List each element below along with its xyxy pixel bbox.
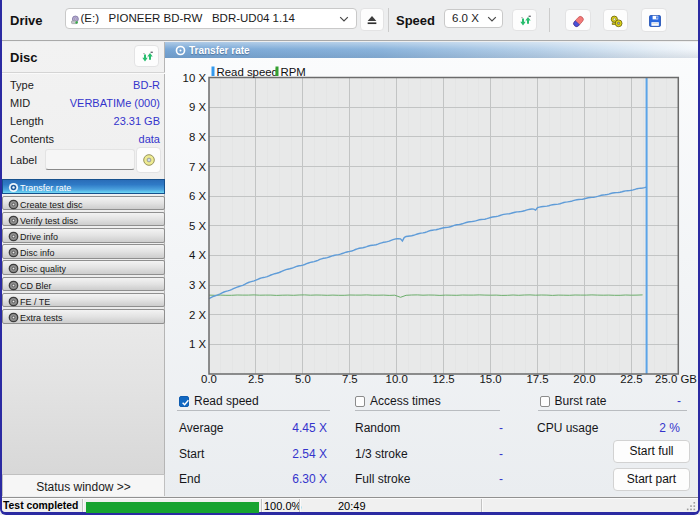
svg-text:5.0: 5.0 xyxy=(295,373,311,385)
svg-text:0.0: 0.0 xyxy=(201,373,217,385)
svg-text:7.5: 7.5 xyxy=(342,373,358,385)
svg-text:RPM: RPM xyxy=(281,66,306,78)
svg-text:4 X: 4 X xyxy=(189,249,206,261)
svg-text:2 X: 2 X xyxy=(189,309,206,321)
svg-text:9 X: 9 X xyxy=(189,101,206,113)
svg-text:10.0: 10.0 xyxy=(386,373,408,385)
svg-text:8 X: 8 X xyxy=(189,131,206,143)
svg-text:Read speed: Read speed xyxy=(217,66,278,78)
svg-text:7 X: 7 X xyxy=(189,161,206,173)
svg-text:20.0: 20.0 xyxy=(573,373,595,385)
svg-text:10 X: 10 X xyxy=(183,72,207,84)
svg-text:2.5: 2.5 xyxy=(248,373,264,385)
svg-text:3 X: 3 X xyxy=(189,279,206,291)
svg-text:12.5: 12.5 xyxy=(433,373,455,385)
svg-text:17.5: 17.5 xyxy=(526,373,548,385)
svg-text:5 X: 5 X xyxy=(189,220,206,232)
svg-text:6 X: 6 X xyxy=(189,190,206,202)
svg-text:22.5: 22.5 xyxy=(620,373,642,385)
svg-text:15.0: 15.0 xyxy=(480,373,502,385)
svg-text:1 X: 1 X xyxy=(189,338,206,350)
svg-text:25.0 GB: 25.0 GB xyxy=(655,373,697,385)
